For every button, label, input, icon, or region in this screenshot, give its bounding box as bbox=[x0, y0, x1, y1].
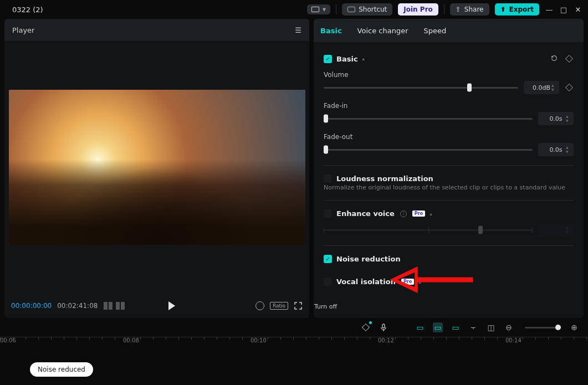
keyboard-icon bbox=[347, 7, 355, 12]
tab-basic[interactable]: Basic bbox=[320, 27, 342, 35]
zoom-slider[interactable] bbox=[525, 327, 558, 328]
keyframe-icon[interactable] bbox=[565, 54, 574, 63]
loudness-description: Normalize the original loudness of the s… bbox=[324, 184, 574, 191]
player-panel: Player ☰ 00:00:00:00 00:02:41:08 Ratio bbox=[4, 19, 309, 318]
pro-badge: Pro bbox=[412, 211, 425, 217]
fade-out-value[interactable]: 0.0s▲▼ bbox=[538, 143, 574, 156]
crop-icon[interactable]: ◫ bbox=[486, 322, 496, 332]
fade-in-value[interactable]: 0.0s▲▼ bbox=[538, 112, 574, 125]
volume-keyframe[interactable] bbox=[565, 83, 574, 92]
layout-icon bbox=[311, 7, 319, 12]
share-button[interactable]: ⇪ Share bbox=[450, 3, 489, 16]
properties-panel: Basic Voice changer Speed Basic ▴ Volume… bbox=[314, 19, 584, 318]
enhance-voice-checkbox[interactable] bbox=[324, 209, 332, 218]
basic-checkbox[interactable] bbox=[324, 55, 332, 63]
export-icon: ⬆ bbox=[500, 6, 506, 13]
volume-label: Volume bbox=[324, 71, 574, 79]
ruler-tick: 00:12 bbox=[378, 337, 394, 343]
split-icon[interactable]: ⫟ bbox=[468, 322, 478, 332]
shortcut-button[interactable]: Shortcut bbox=[342, 3, 392, 16]
zoom-in-icon[interactable]: ⊕ bbox=[569, 322, 579, 332]
export-button[interactable]: ⬆ Export bbox=[495, 3, 540, 16]
share-icon: ⇪ bbox=[456, 6, 461, 13]
fade-out-label: Fade-out bbox=[324, 133, 574, 141]
fade-in-slider[interactable] bbox=[324, 118, 533, 120]
fade-in-label: Fade-in bbox=[324, 102, 574, 110]
enhance-slider bbox=[324, 229, 533, 231]
preview-quality-icon[interactable] bbox=[255, 301, 264, 310]
vocal-isolation-checkbox[interactable] bbox=[324, 278, 332, 286]
shortcut-label: Shortcut bbox=[359, 6, 387, 13]
player-menu-icon[interactable]: ☰ bbox=[295, 26, 301, 34]
ratio-button[interactable]: Ratio bbox=[270, 302, 288, 310]
duration-timecode: 00:02:41:08 bbox=[57, 302, 98, 310]
ruler-tick: 00:14 bbox=[505, 337, 521, 343]
zoom-out-icon[interactable]: ⊖ bbox=[504, 322, 514, 332]
ruler-tick: 00:10 bbox=[250, 337, 267, 343]
project-title: 0322 (2) bbox=[12, 6, 303, 14]
timeline-ruler[interactable]: 00:06 00:08 00:10 00:12 00:14 bbox=[0, 337, 588, 350]
enhance-voice-title: Enhance voice bbox=[336, 209, 395, 218]
mic-icon[interactable] bbox=[379, 322, 388, 332]
play-button[interactable] bbox=[168, 301, 175, 310]
compare-right-icon[interactable] bbox=[115, 302, 125, 310]
svg-rect-0 bbox=[382, 324, 385, 328]
enhance-value: ▲▼ bbox=[538, 223, 574, 237]
volume-value[interactable]: 0.0dB▲▼ bbox=[524, 81, 559, 94]
loudness-checkbox[interactable] bbox=[324, 174, 332, 183]
toast-notification: Noise reduced bbox=[30, 362, 93, 377]
info-icon[interactable]: i bbox=[400, 211, 407, 217]
clip-tool-3-icon[interactable]: ▭ bbox=[451, 322, 461, 332]
current-timecode: 00:00:00:00 bbox=[11, 302, 52, 310]
compare-left-icon[interactable] bbox=[103, 302, 113, 310]
maximize-button[interactable]: □ bbox=[559, 5, 568, 14]
collapse-icon[interactable]: ▴ bbox=[418, 279, 421, 285]
collapse-icon[interactable]: ▴ bbox=[430, 211, 432, 217]
reset-icon[interactable] bbox=[550, 54, 558, 62]
chevron-down-icon: ▼ bbox=[323, 7, 326, 12]
ruler-tick: 00:06 bbox=[0, 337, 16, 343]
tab-voice-changer[interactable]: Voice changer bbox=[357, 27, 408, 35]
noise-reduction-checkbox[interactable] bbox=[324, 255, 332, 263]
noise-reduction-title: Noise reduction bbox=[336, 255, 401, 263]
basic-section-title: Basic bbox=[336, 55, 358, 63]
join-pro-button[interactable]: Join Pro bbox=[398, 3, 438, 16]
player-title: Player bbox=[12, 26, 34, 34]
pro-badge: Pro bbox=[401, 279, 414, 285]
fade-out-slider[interactable] bbox=[324, 149, 533, 151]
fullscreen-icon[interactable] bbox=[294, 301, 303, 310]
volume-slider[interactable] bbox=[324, 87, 518, 89]
minimize-button[interactable]: — bbox=[545, 5, 554, 14]
loudness-title: Loudness normalization bbox=[336, 174, 433, 183]
vocal-isolation-title: Vocal isolation bbox=[336, 278, 396, 286]
tab-speed[interactable]: Speed bbox=[424, 27, 447, 35]
turn-off-tooltip: Turn off bbox=[314, 302, 339, 311]
export-label: Export bbox=[509, 6, 534, 13]
auto-keyframe-icon[interactable] bbox=[361, 322, 371, 332]
ruler-tick: 00:08 bbox=[123, 337, 139, 343]
close-button[interactable]: ✕ bbox=[574, 5, 582, 14]
video-preview[interactable] bbox=[9, 90, 305, 245]
share-label: Share bbox=[464, 6, 484, 13]
layout-dropdown[interactable]: ▼ bbox=[307, 4, 330, 14]
clip-tool-1-icon[interactable]: ▭ bbox=[415, 322, 425, 332]
clip-tool-2-icon[interactable]: ▭ bbox=[433, 322, 443, 332]
collapse-icon[interactable]: ▴ bbox=[362, 56, 365, 61]
